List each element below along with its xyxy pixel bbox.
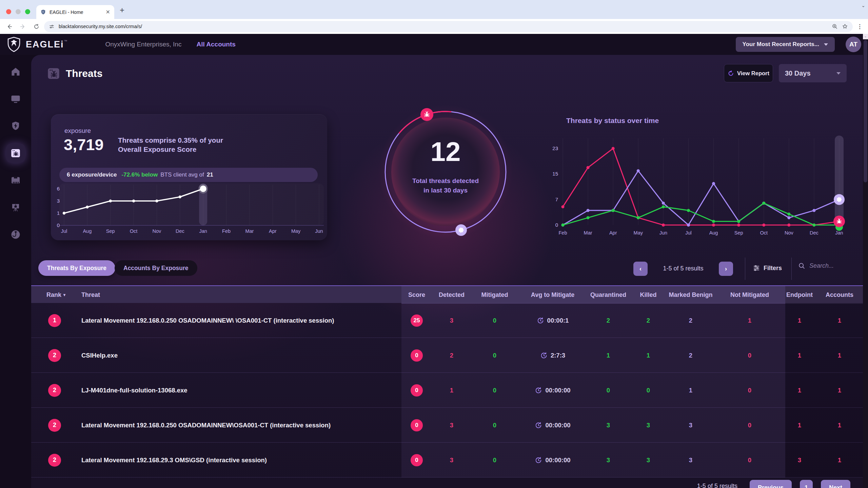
score-badge: 0 (411, 384, 423, 396)
svg-text:May: May (634, 230, 643, 236)
window-controls[interactable] (6, 9, 30, 14)
table-row[interactable]: 2LJ-M401dne-full-solution-13068.exe01000… (31, 373, 868, 408)
url-bar[interactable]: blacktalonsecurity.my.site.com/crma/s/ (44, 21, 853, 32)
filters-button[interactable]: Filters (753, 264, 782, 272)
tab-accounts-by-exposure[interactable]: Accounts By Exposure (115, 260, 197, 276)
column-header-detected[interactable]: Detected (432, 286, 471, 304)
mitigated-cell: 0 (471, 408, 518, 443)
status-flower-badge-icon (455, 224, 467, 236)
filters-icon (753, 264, 760, 272)
sidebar-item-defense[interactable] (6, 117, 25, 136)
score-badge: 25 (411, 314, 423, 327)
forward-button[interactable] (17, 21, 28, 32)
column-header-killed[interactable]: Killed (629, 286, 667, 304)
new-tab-button[interactable]: + (120, 7, 124, 14)
search-input[interactable] (809, 262, 857, 269)
site-settings-icon[interactable] (49, 24, 55, 29)
column-header-not-mitigated[interactable]: Not Mitigated (714, 286, 785, 304)
shield-bolt-icon (10, 121, 21, 131)
recent-reports-dropdown[interactable]: Your Most Recent Reports... (736, 37, 835, 52)
table-row[interactable]: 1Lateral Movement 192.168.0.250 OSADOMAI… (31, 303, 868, 338)
tab-scroll-chevron-icon[interactable]: ⌄ (861, 3, 865, 8)
page-1-button[interactable]: 1 (800, 480, 813, 488)
column-header-endpoint[interactable]: Endpoint (785, 286, 814, 304)
sidebar-item-phishing[interactable] (6, 225, 25, 244)
minimize-window-button[interactable] (16, 9, 21, 14)
page-scrollbar[interactable]: ⌄ (863, 34, 868, 488)
scrollbar-arrow-icon[interactable]: ⌄ (863, 34, 868, 39)
close-window-button[interactable] (6, 9, 11, 14)
quarantined-cell: 3 (587, 443, 629, 477)
accounts-cell: 1 (814, 373, 865, 408)
detected-cell: 3 (432, 408, 471, 443)
svg-text:Jul: Jul (61, 228, 67, 234)
endpoint-cell: 1 (785, 303, 814, 338)
browser-menu-icon[interactable]: ⋮ (857, 23, 863, 30)
svg-text:Jan: Jan (199, 228, 207, 234)
zoom-page-icon[interactable] (832, 23, 838, 29)
svg-text:7: 7 (555, 197, 558, 202)
favicon-shield-icon (40, 9, 46, 15)
accounts-cell: 1 (814, 338, 865, 373)
maximize-window-button[interactable] (25, 9, 30, 14)
column-header-quarantined[interactable]: Quarantined (587, 286, 629, 304)
back-button[interactable] (3, 21, 15, 32)
column-header-avg-to-mitigate[interactable]: Avg to Mitigate (518, 286, 587, 304)
user-avatar[interactable]: AT (846, 37, 861, 52)
svg-text:Jun: Jun (659, 230, 667, 236)
svg-text:Jul: Jul (685, 230, 692, 236)
score-badge: 0 (411, 419, 423, 431)
sidebar-item-threats[interactable] (6, 144, 25, 163)
bookmark-star-icon[interactable] (842, 23, 848, 29)
url-text[interactable]: blacktalonsecurity.my.site.com/crma/s/ (59, 24, 828, 29)
svg-text:Sep: Sep (106, 228, 115, 234)
brand-logo[interactable]: EAGLEi™ (7, 37, 67, 52)
sidebar-item-devices[interactable] (6, 89, 25, 108)
org-name[interactable]: OnyxWing Enterprises, Inc (105, 41, 182, 48)
scrollbar-thumb[interactable] (864, 40, 867, 182)
sort-caret-icon: ▾ (63, 292, 65, 297)
reload-button[interactable] (31, 21, 42, 32)
table-row[interactable]: 2Lateral Movement 192.168.0.250 OSADOMAI… (31, 408, 868, 443)
mitigated-cell: 0 (471, 303, 518, 338)
next-page-button[interactable]: › (719, 262, 733, 276)
column-header-marked-benign[interactable]: Marked Benign (667, 286, 714, 304)
column-header-accounts[interactable]: Accounts (814, 286, 865, 304)
previous-button[interactable]: Previous (750, 480, 792, 488)
rank-cell: 2 (31, 338, 78, 373)
table-footer: 1-5 of 5 results Previous 1 Next (31, 478, 868, 488)
column-header-mitigated[interactable]: Mitigated (471, 286, 518, 304)
bug-badge-icon (833, 216, 845, 227)
easel-lock-icon (10, 202, 21, 213)
next-button[interactable]: Next (821, 480, 850, 488)
column-header-score[interactable]: Score (401, 286, 432, 304)
table-header-row: Rank▾ThreatScoreDetectedMitigatedAvg to … (31, 285, 868, 303)
view-report-button[interactable]: View Report (724, 64, 773, 82)
browser-tab[interactable]: EAGLEi - Home ✕ (36, 5, 114, 19)
prev-page-button[interactable]: ‹ (633, 262, 648, 276)
sidebar-item-assessments[interactable] (6, 198, 25, 217)
sidebar-item-network[interactable] (6, 171, 25, 190)
table-row[interactable]: 2Lateral Movement 192.168.29.3 OMS\GSD (… (31, 443, 868, 477)
total-threats-donut: 12 Total threats detectedin last 30 days (378, 104, 513, 240)
avg-to-mitigate-cell: 00:00:00 (518, 408, 587, 443)
page-title: Threats (66, 68, 102, 79)
clock-history-icon (535, 456, 542, 464)
column-header-rank[interactable]: Rank▾ (31, 291, 78, 299)
score-cell: 0 (401, 443, 432, 477)
svg-text:Feb: Feb (559, 230, 567, 236)
nav-all-accounts[interactable]: All Accounts (196, 41, 235, 48)
search-box[interactable] (798, 262, 857, 269)
browser-window: EAGLEi - Home ✕ + ⌄ blacktalonsecurity.m… (0, 0, 868, 488)
tab-close-icon[interactable]: ✕ (106, 9, 110, 15)
sidebar-item-home[interactable] (6, 62, 25, 81)
tab-threats-by-exposure[interactable]: Threats By Exposure (38, 260, 115, 276)
refresh-icon (728, 70, 734, 77)
svg-text:Mar: Mar (584, 230, 592, 236)
table-row[interactable]: 2CSIHelp.exe0202:7:3112011 (31, 338, 868, 373)
date-range-select[interactable]: 30 Days (779, 64, 847, 82)
killed-cell: 3 (629, 408, 667, 443)
column-header-threat[interactable]: Threat (78, 291, 401, 299)
brand-name: EAGLEi™ (26, 39, 67, 50)
killed-cell: 1 (629, 338, 667, 373)
